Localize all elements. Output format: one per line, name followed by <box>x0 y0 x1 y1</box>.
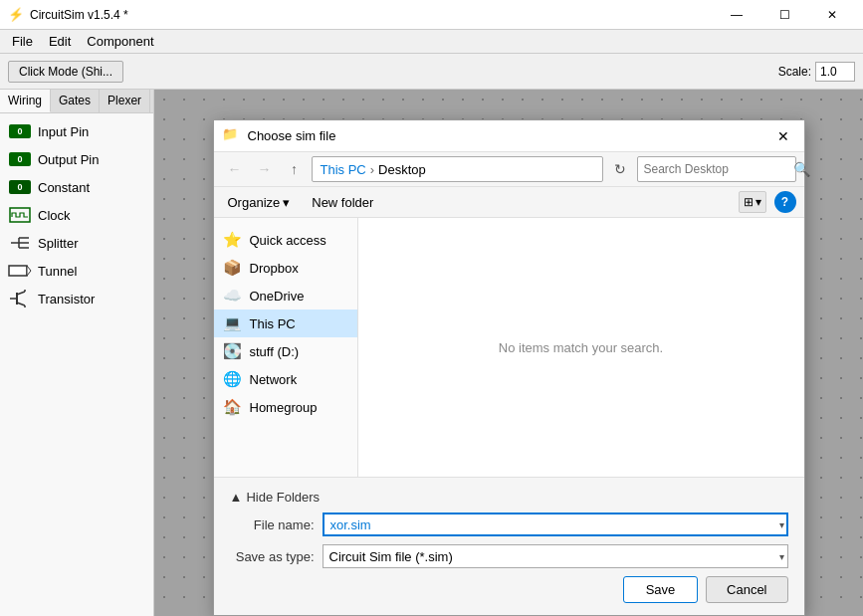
nav-item-label: This PC <box>250 316 296 331</box>
menu-file[interactable]: File <box>4 32 41 51</box>
click-mode-button[interactable]: Click Mode (Shi... <box>8 61 123 83</box>
nav-item-homegroup[interactable]: 🏠 Homegroup <box>214 393 357 421</box>
nav-item-dropbox[interactable]: 📦 Dropbox <box>214 254 357 282</box>
breadcrumb-current: Desktop <box>378 162 426 177</box>
save-button[interactable]: Save <box>623 576 698 603</box>
list-item[interactable]: 0 Output Pin <box>0 145 153 173</box>
nav-item-network[interactable]: 🌐 Network <box>214 365 357 393</box>
drive-icon: 💽 <box>224 342 242 360</box>
list-item[interactable]: Splitter <box>0 229 153 257</box>
save-as-select[interactable]: Circuit Sim file (*.sim) <box>323 544 788 568</box>
dialog-title-bar: 📁 Choose sim file ✕ <box>214 120 804 152</box>
save-as-type-row: Save as type: Circuit Sim file (*.sim) ▾ <box>230 544 788 568</box>
onedrive-icon: ☁️ <box>224 287 242 305</box>
nav-item-this-pc[interactable]: 💻 This PC <box>214 309 357 337</box>
output-pin-icon: 0 <box>8 150 32 168</box>
organize-button[interactable]: Organize ▾ <box>222 192 297 213</box>
file-name-input[interactable] <box>323 513 788 536</box>
list-item[interactable]: 0 Constant <box>0 173 153 201</box>
nav-item-quick-access[interactable]: ⭐ Quick access <box>214 226 357 254</box>
dialog-title: Choose sim file <box>248 128 770 143</box>
save-as-wrapper: Circuit Sim file (*.sim) ▾ <box>323 544 788 568</box>
component-label: Clock <box>38 208 71 223</box>
dialog-sidebar: ⭐ Quick access 📦 Dropbox ☁️ OneDrive <box>214 218 358 477</box>
network-icon: 🌐 <box>224 370 242 388</box>
nav-item-label: Network <box>250 372 298 387</box>
forward-button[interactable]: → <box>252 156 278 182</box>
svg-rect-6 <box>9 266 27 276</box>
hide-folders-icon: ▲ <box>230 490 243 505</box>
app-icon: ⚡ <box>8 7 24 23</box>
menu-edit[interactable]: Edit <box>41 32 79 51</box>
component-label: Splitter <box>38 236 78 251</box>
file-dialog: 📁 Choose sim file ✕ ← → ↑ This PC › Desk… <box>213 119 805 616</box>
view-icon: ⊞ <box>744 195 754 209</box>
new-folder-button[interactable]: New folder <box>304 192 381 213</box>
breadcrumb-this-pc[interactable]: This PC <box>321 162 366 177</box>
close-button[interactable]: ✕ <box>809 0 855 30</box>
component-list: 0 Input Pin 0 Output Pin 0 Constant <box>0 113 153 616</box>
dialog-overlay: 📁 Choose sim file ✕ ← → ↑ This PC › Desk… <box>154 90 863 616</box>
scale-label: Scale: <box>778 65 811 79</box>
tab-plexer[interactable]: Plexer <box>100 90 150 112</box>
dialog-icon: 📁 <box>222 126 242 146</box>
tab-wiring[interactable]: Wiring <box>0 90 51 112</box>
scale-control: Scale: <box>778 62 855 82</box>
title-bar: ⚡ CircuitSim v1.5.4 * — ☐ ✕ <box>0 0 863 30</box>
list-item[interactable]: Transistor <box>0 285 153 312</box>
menu-component[interactable]: Component <box>79 32 161 51</box>
nav-item-label: Dropbox <box>250 261 299 276</box>
dialog-inner-toolbar: Organize ▾ New folder ⊞ ▾ ? <box>214 187 804 218</box>
maximize-button[interactable]: ☐ <box>761 0 807 30</box>
file-name-row: File name: ▾ <box>230 513 788 536</box>
refresh-button[interactable]: ↻ <box>607 156 633 182</box>
transistor-icon <box>8 290 32 308</box>
sidebar-tabs: Wiring Gates Plexer M <box>0 90 153 113</box>
nav-item-label: Quick access <box>250 233 326 248</box>
dialog-close-button[interactable]: ✕ <box>770 123 796 149</box>
tunnel-icon <box>8 262 32 280</box>
hide-folders-button[interactable]: ▲ Hide Folders <box>230 490 788 505</box>
constant-icon: 0 <box>8 178 32 196</box>
input-pin-icon: 0 <box>8 122 32 140</box>
nav-item-label: stuff (D:) <box>250 344 300 359</box>
breadcrumb[interactable]: This PC › Desktop <box>312 156 603 182</box>
list-item[interactable]: Clock <box>0 201 153 229</box>
app-window: ⚡ CircuitSim v1.5.4 * — ☐ ✕ File Edit Co… <box>0 0 863 616</box>
up-button[interactable]: ↑ <box>282 156 308 182</box>
breadcrumb-separator: › <box>370 162 374 177</box>
cancel-button[interactable]: Cancel <box>706 576 787 603</box>
search-input[interactable] <box>644 162 793 176</box>
view-button[interactable]: ⊞ ▾ <box>739 191 766 213</box>
minimize-button[interactable]: — <box>714 0 759 30</box>
nav-item-onedrive[interactable]: ☁️ OneDrive <box>214 282 357 309</box>
file-name-label: File name: <box>230 517 315 532</box>
dialog-footer: ▲ Hide Folders File name: ▾ Save as type… <box>214 477 804 615</box>
component-label: Output Pin <box>38 152 99 167</box>
hide-folders-label: Hide Folders <box>246 490 320 505</box>
list-item[interactable]: Tunnel <box>0 257 153 285</box>
this-pc-icon: 💻 <box>224 314 242 332</box>
menu-bar: File Edit Component <box>0 30 863 54</box>
search-box: 🔍 <box>637 156 796 182</box>
circuit-canvas[interactable]: 📁 Choose sim file ✕ ← → ↑ This PC › Desk… <box>154 90 863 616</box>
list-item[interactable]: 0 Input Pin <box>0 117 153 145</box>
organize-label: Organize <box>228 195 281 210</box>
view-chevron-icon: ▾ <box>755 195 761 209</box>
tab-gates[interactable]: Gates <box>51 90 100 112</box>
app-title: CircuitSim v1.5.4 * <box>30 8 714 22</box>
help-button[interactable]: ? <box>774 191 796 213</box>
nav-item-stuff-drive[interactable]: 💽 stuff (D:) <box>214 337 357 365</box>
window-controls: — ☐ ✕ <box>714 0 855 30</box>
save-as-type-label: Save as type: <box>230 549 315 564</box>
scale-input[interactable] <box>815 62 855 82</box>
nav-item-label: OneDrive <box>250 289 305 304</box>
svg-line-11 <box>17 303 25 306</box>
component-label: Transistor <box>38 292 95 307</box>
file-name-wrapper: ▾ <box>323 513 788 536</box>
splitter-icon <box>8 234 32 252</box>
dialog-nav-toolbar: ← → ↑ This PC › Desktop ↻ 🔍 <box>214 152 804 187</box>
component-label: Input Pin <box>38 124 89 139</box>
back-button[interactable]: ← <box>222 156 248 182</box>
empty-message: No items match your search. <box>499 340 663 355</box>
